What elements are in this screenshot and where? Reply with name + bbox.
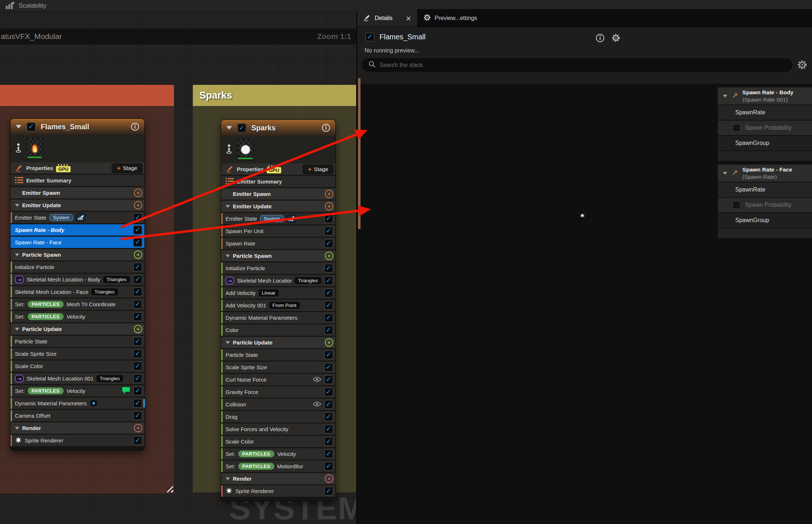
module-row-scale-color[interactable]: Scale Color✓ (221, 436, 335, 447)
module-row-collision[interactable]: Collision✓ (221, 399, 335, 410)
module-enabled-checkbox[interactable]: ✓ (324, 239, 333, 248)
module-row-initialize-particle[interactable]: Initialize Particle✓ (221, 263, 335, 274)
module-enabled-checkbox[interactable]: ✓ (133, 337, 142, 346)
tab-details[interactable]: Details× (357, 9, 417, 27)
emitter-node-header[interactable]: ✓Sparks (221, 120, 335, 136)
emitter-summary-row[interactable]: Emitter Summary (221, 176, 335, 187)
module-enabled-checkbox[interactable]: ✓ (324, 486, 333, 496)
group-row-emitter-update[interactable]: Emitter Update+ (221, 201, 335, 212)
sparks-comment-header[interactable]: Sparks (193, 85, 357, 106)
module-row-velocity[interactable]: Set:PARTICLESVelocity✓ (221, 448, 335, 460)
emitter-enabled-checkbox[interactable]: ✓ (365, 32, 374, 42)
module-row-camera-offset[interactable]: Camera Offset✓ (11, 410, 144, 421)
properties-row[interactable]: PropertiesGPU+Stage (11, 162, 144, 174)
module-row-scale-sprite-size[interactable]: Scale Sprite Size✓ (221, 362, 335, 373)
add-module-plus-icon[interactable]: + (325, 338, 333, 347)
module-enabled-checkbox[interactable]: ✓ (324, 449, 333, 458)
module-row-gravity-force[interactable]: Gravity Force✓ (221, 386, 335, 398)
module-row-spawn-rate-face[interactable]: Spawn Rate - Face✓ (11, 237, 144, 248)
module-enabled-checkbox[interactable]: ✓ (324, 326, 333, 335)
visibility-eye-icon[interactable] (313, 401, 321, 408)
module-row-dynamic-material-parameters[interactable]: Dynamic Material Parameters✓ (221, 312, 335, 323)
module-row-scale-sprite-size[interactable]: Scale Sprite Size✓ (11, 348, 144, 359)
module-row-emitter-state[interactable]: Emitter StateSystem✓ (11, 212, 144, 223)
module-row-mesh-tri-coordinate[interactable]: Set:PARTICLESMesh Tri Coordinate✓ (11, 299, 144, 310)
module-row-skeletal-mesh-location-body[interactable]: →Skeletal Mesh Location - BodyTriangles✓ (11, 274, 144, 285)
module-enabled-checkbox[interactable]: ✓ (133, 374, 142, 383)
stack-search-bar[interactable] (362, 58, 792, 72)
group-row-particle-update[interactable]: Particle Update+ (11, 323, 144, 335)
module-row-dynamic-material-parameters[interactable]: Dynamic Material Parameters✓ (11, 398, 144, 409)
module-enabled-checkbox[interactable]: ✓ (324, 350, 333, 359)
module-enabled-checkbox[interactable]: ✓ (133, 300, 142, 309)
section-header[interactable]: ↗Spawn Rate - Body(Spawn Rate 001)✓ (718, 87, 812, 105)
module-row-skeletal-mesh-location-face[interactable]: Skeletal Mesh Location - FaceTriangles✓ (11, 286, 144, 298)
module-enabled-checkbox[interactable]: ✓ (324, 214, 333, 223)
add-module-plus-icon[interactable]: + (134, 424, 142, 432)
group-row-emitter-update[interactable]: Emitter Update+ (11, 200, 144, 211)
module-row-skeletal-mesh-location[interactable]: →Skeletal Mesh LocationTriangles✓ (221, 275, 335, 286)
properties-row[interactable]: PropertiesGPU+Stage (221, 163, 335, 175)
module-row-velocity[interactable]: Set:PARTICLESVelocity✓ (11, 311, 144, 322)
module-enabled-checkbox[interactable]: ✓ (133, 362, 142, 371)
add-module-plus-icon[interactable]: + (134, 189, 142, 197)
info-icon[interactable] (322, 123, 330, 132)
module-enabled-checkbox[interactable]: ✓ (324, 387, 333, 397)
module-enabled-checkbox[interactable]: ✓ (133, 436, 142, 445)
module-row-add-velocity[interactable]: Add VelocityLinear✓ (221, 287, 335, 299)
module-row-curl-noise-force[interactable]: Curl Noise Force✓ (221, 374, 335, 385)
emitter-node-header[interactable]: ✓Flames_Small (11, 119, 144, 135)
search-input[interactable] (379, 62, 786, 68)
expander-triangle-icon[interactable] (226, 341, 230, 344)
info-icon[interactable] (596, 34, 605, 44)
add-stage-button[interactable]: +Stage (303, 165, 333, 174)
tab-close-icon[interactable]: × (406, 14, 411, 22)
module-row-motionblur[interactable]: Set:PARTICLESMotionBlur✓ (221, 461, 335, 472)
module-enabled-checkbox[interactable]: ✓ (324, 226, 333, 236)
module-enabled-checkbox[interactable]: ✓ (133, 287, 142, 296)
module-row-color[interactable]: Color✓ (221, 324, 335, 336)
add-module-plus-icon[interactable]: + (134, 325, 142, 333)
module-enabled-checkbox[interactable]: ✓ (133, 312, 142, 321)
module-enabled-checkbox[interactable]: ✓ (324, 363, 333, 372)
group-row-particle-spawn[interactable]: Particle Spawn+ (11, 249, 144, 260)
module-enabled-checkbox[interactable]: ✓ (324, 375, 333, 384)
stack-view-gear-icon[interactable] (797, 59, 808, 72)
add-module-plus-icon[interactable]: + (325, 190, 333, 198)
expander-triangle-icon[interactable] (723, 95, 727, 98)
module-enabled-checkbox[interactable]: ✓ (324, 301, 333, 310)
module-enabled-checkbox[interactable]: ✓ (133, 275, 142, 284)
emitter-settings-gear-icon[interactable] (611, 33, 621, 44)
add-module-plus-icon[interactable]: + (134, 251, 142, 259)
override-checkbox[interactable] (732, 201, 741, 209)
add-module-plus-icon[interactable]: + (134, 201, 142, 209)
material-thumbnail[interactable] (237, 139, 254, 161)
group-row-emitter-spawn[interactable]: Emitter Spawn+ (221, 188, 335, 200)
scalability-label[interactable]: Scalability (19, 2, 47, 9)
module-enabled-checkbox[interactable]: ✓ (324, 288, 333, 298)
expander-triangle-icon[interactable] (226, 477, 230, 480)
add-stage-button[interactable]: +Stage (112, 163, 142, 173)
module-enabled-checkbox[interactable]: ✓ (324, 313, 333, 322)
module-row-scale-color[interactable]: Scale Color✓ (11, 361, 144, 372)
expander-triangle-icon[interactable] (15, 328, 19, 331)
module-enabled-checkbox[interactable]: ✓ (324, 425, 333, 434)
info-icon[interactable] (131, 122, 139, 131)
group-row-render[interactable]: Render+ (221, 473, 335, 484)
expander-triangle-icon[interactable] (226, 126, 232, 130)
add-module-plus-icon[interactable]: + (325, 252, 333, 260)
module-enabled-checkbox[interactable]: ✓ (324, 412, 333, 421)
emitter-summary-row[interactable]: Emitter Summary (11, 175, 144, 186)
module-row-particle-state[interactable]: Particle State✓ (221, 349, 335, 361)
expander-triangle-icon[interactable] (15, 204, 19, 207)
module-row-spawn-rate-body[interactable]: Spawn Rate - Body✓ (11, 224, 144, 236)
group-row-emitter-spawn[interactable]: Emitter Spawn+ (11, 187, 144, 198)
emitter-enabled-checkbox[interactable]: ✓ (237, 123, 246, 133)
module-enabled-checkbox[interactable]: ✓ (133, 411, 142, 420)
flames-comment-header[interactable] (0, 85, 174, 106)
emitter-enabled-checkbox[interactable]: ✓ (27, 122, 36, 131)
module-enabled-checkbox[interactable]: ✓ (133, 213, 142, 222)
module-row-solve-forces-and-velocity[interactable]: Solve Forces and Velocity✓ (221, 423, 335, 435)
expander-triangle-icon[interactable] (226, 255, 230, 257)
expander-triangle-icon[interactable] (15, 427, 19, 430)
